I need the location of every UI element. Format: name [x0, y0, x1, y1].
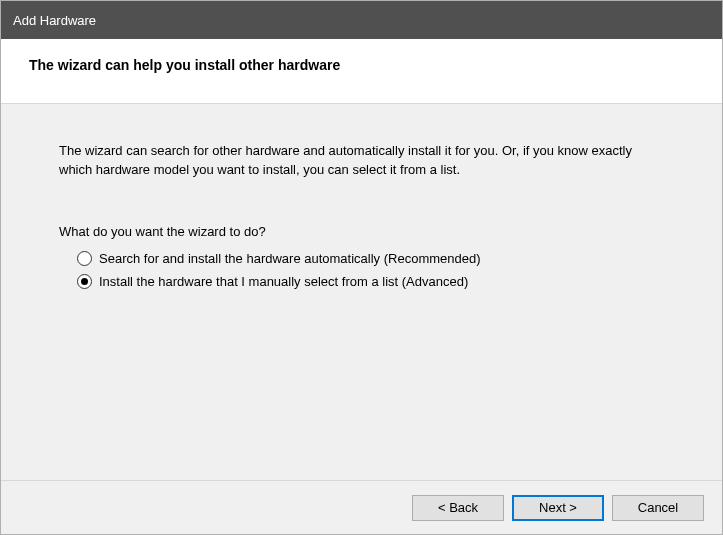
- titlebar: Add Hardware: [1, 1, 722, 39]
- add-hardware-window: Add Hardware The wizard can help you ins…: [0, 0, 723, 535]
- wizard-heading: The wizard can help you install other ha…: [29, 57, 702, 73]
- option-manual-label: Install the hardware that I manually sel…: [99, 274, 468, 289]
- wizard-header: The wizard can help you install other ha…: [1, 39, 722, 104]
- wizard-footer: < Back Next > Cancel: [1, 480, 722, 534]
- window-title: Add Hardware: [13, 13, 96, 28]
- intro-text: The wizard can search for other hardware…: [59, 142, 664, 180]
- radio-icon: [77, 251, 92, 266]
- question-text: What do you want the wizard to do?: [59, 224, 664, 239]
- options-group: Search for and install the hardware auto…: [59, 251, 664, 289]
- option-manual[interactable]: Install the hardware that I manually sel…: [77, 274, 664, 289]
- back-button[interactable]: < Back: [412, 495, 504, 521]
- option-auto[interactable]: Search for and install the hardware auto…: [77, 251, 664, 266]
- cancel-button[interactable]: Cancel: [612, 495, 704, 521]
- wizard-content: The wizard can search for other hardware…: [1, 104, 722, 480]
- radio-icon: [77, 274, 92, 289]
- option-auto-label: Search for and install the hardware auto…: [99, 251, 481, 266]
- next-button[interactable]: Next >: [512, 495, 604, 521]
